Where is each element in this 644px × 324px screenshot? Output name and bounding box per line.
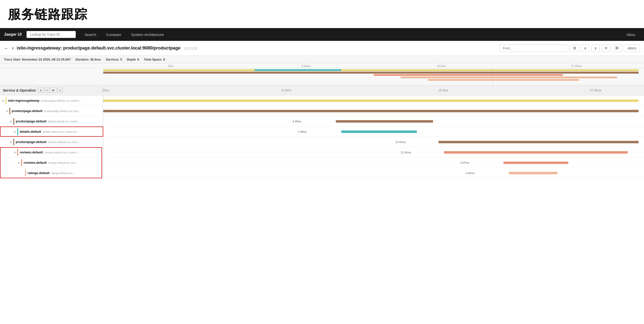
expand-btn-span-2[interactable]: ∨ <box>5 109 9 113</box>
time-mark-0: 0ms <box>103 89 109 92</box>
navbar-right-link[interactable]: Abou <box>622 33 640 37</box>
time-mark-3: 27.45ms <box>590 89 601 92</box>
span-left-span-7: ∨reviews.defaultratings.default.svc.clus… <box>0 157 103 168</box>
expand-all-button[interactable]: ≫ <box>50 88 57 93</box>
service-color-bar-span-2 <box>9 108 10 114</box>
depth-label: Depth <box>127 58 136 61</box>
collapse-trace-icon[interactable]: ∨ <box>11 46 14 50</box>
expand-btn-span-3[interactable]: ∨ <box>9 120 13 123</box>
span-duration-span-6: 11.91ms <box>401 151 411 154</box>
timeline-bars-overview <box>103 68 644 85</box>
overview-bar-salmon-3 <box>428 79 579 81</box>
span-right-span-2 <box>103 106 644 116</box>
back-button[interactable]: ← <box>4 45 9 51</box>
span-subtitle-span-2: productpage.default.svc.clus... <box>44 110 80 112</box>
trace-header: ← ∨ istio-ingressgateway: productpage.de… <box>0 41 644 56</box>
ruler-mark-1: 9.15ms <box>238 65 374 67</box>
total-spans-label: Total Spans <box>144 58 162 61</box>
span-bar-span-3 <box>336 120 433 123</box>
total-spans-value: 8 <box>163 58 165 61</box>
span-name-span-3: productpage.default <box>16 119 46 123</box>
cursor-line <box>492 68 493 85</box>
expand-btn-span-7[interactable]: ∨ <box>17 161 21 165</box>
time-mark-1: 9.15ms <box>282 89 291 92</box>
span-left-span-1: ∨istio-ingressgatewayproductpage.default… <box>0 96 103 106</box>
trace-start-label: Trace Start <box>4 58 20 61</box>
navbar-brand: Jaeger UI <box>4 32 22 37</box>
expand-btn-span-5[interactable]: ∨ <box>9 140 13 144</box>
find-next-button[interactable]: ∨ <box>592 44 600 52</box>
trace-id-search-input[interactable] <box>26 31 76 38</box>
expand-btn-span-6[interactable]: ∨ <box>13 151 17 154</box>
overview-bar-salmon-2 <box>401 77 617 78</box>
span-duration-span-5: 12.92ms <box>395 140 406 143</box>
overview-bar-1 <box>103 69 638 71</box>
service-color-bar-span-7 <box>21 159 22 166</box>
span-name-span-5: productpage.default <box>16 140 46 144</box>
span-bar-span-7 <box>504 161 568 164</box>
span-duration-span-4: 2.39ms <box>298 130 307 133</box>
span-row-span-4[interactable]: ∨details.defaultdetails.default.svc.clus… <box>0 126 644 137</box>
span-name-span-8: ratings.default <box>28 171 50 175</box>
page-title: 服务链路跟踪 <box>8 6 636 23</box>
overview-bar-2 <box>103 72 638 74</box>
span-subtitle-span-7: ratings.default.svc.clus... <box>48 161 78 164</box>
spans-header: Service & Operation ∨ > ≫ » 0ms 9.15ms 1… <box>0 85 644 96</box>
overview-bar-teal <box>255 69 341 71</box>
find-settings-button[interactable]: ⚙ <box>570 44 579 52</box>
span-subtitle-span-3: details.default.svc.cluste... <box>48 120 80 123</box>
span-left-span-8: ratings.defaultratings.default.svc.... <box>0 168 103 178</box>
find-prev-button[interactable]: ∧ <box>581 44 590 52</box>
span-row-span-8[interactable]: ratings.defaultratings.default.svc....2.… <box>0 168 644 178</box>
nav-link-search[interactable]: Search <box>80 28 101 41</box>
span-name-span-6: reviews.default <box>20 150 43 154</box>
trace-start-time: November 24 2020, 08:13:35.607 <box>22 58 71 61</box>
trace-title: istio-ingressgateway: productpage.defaul… <box>17 46 180 51</box>
find-input[interactable] <box>500 45 568 52</box>
span-row-span-1[interactable]: ∨istio-ingressgatewayproductpage.default… <box>0 96 644 106</box>
span-bar-span-1 <box>103 99 638 102</box>
timeline-overview: 0ms 9.15ms 18.3ms 27.45ms <box>0 64 644 85</box>
span-subtitle-span-8: ratings.default.svc.... <box>51 172 76 175</box>
span-name-span-1: istio-ingressgateway <box>8 99 40 102</box>
duration-label: Duration <box>76 58 88 61</box>
span-subtitle-span-6: reviews.default.svc.cluster.l... <box>44 151 79 154</box>
services-value: 5 <box>120 58 122 61</box>
span-name-span-2: productpage.default <box>12 109 42 113</box>
spans-header-controls: ∨ > ≫ » <box>38 88 63 93</box>
span-left-span-6: ∨reviews.defaultreviews.default.svc.clus… <box>0 147 103 157</box>
main-content: Service & Operation ∨ > ≫ » 0ms 9.15ms 1… <box>0 85 644 178</box>
span-left-span-3: ∨productpage.defaultdetails.default.svc.… <box>0 116 103 126</box>
ruler-mark-0: 0ms <box>103 65 238 67</box>
span-right-span-6: 11.91ms <box>103 147 644 157</box>
depth-value: 6 <box>138 58 139 61</box>
keyboard-shortcut-button[interactable]: ⌘ <box>612 44 622 52</box>
nav-link-system-architecture[interactable]: System Architecture <box>126 28 168 41</box>
span-left-span-4: ∨details.defaultdetails.default.svc.clus… <box>0 126 103 137</box>
trace-id-badge: 1c11118 <box>184 46 197 50</box>
expand-btn-span-1[interactable]: ∨ <box>1 99 5 102</box>
span-subtitle-span-4: details.default.svc.cluster.loc... <box>42 130 79 133</box>
span-row-span-5[interactable]: ∨productpage.defaultreviews.default.svc.… <box>0 137 644 147</box>
span-duration-span-3: 3.49ms <box>292 120 301 123</box>
span-duration-span-7: 3.07ms <box>460 161 469 164</box>
collapse-all-button[interactable]: ∨ <box>38 88 44 93</box>
alternate-view-button[interactable]: Altern <box>624 45 640 52</box>
span-row-span-6[interactable]: ∨reviews.defaultreviews.default.svc.clus… <box>0 147 644 157</box>
expand-next-button[interactable]: > <box>44 88 50 93</box>
span-right-span-7: 3.07ms <box>103 157 644 168</box>
find-close-button[interactable]: ✕ <box>602 44 610 52</box>
span-row-span-7[interactable]: ∨reviews.defaultratings.default.svc.clus… <box>0 157 644 168</box>
timeline-ruler: 0ms 9.15ms 18.3ms 27.45ms <box>0 64 644 68</box>
span-bar-span-6 <box>444 151 628 154</box>
overview-bar-salmon-1 <box>374 74 563 76</box>
span-row-span-3[interactable]: ∨productpage.defaultdetails.default.svc.… <box>0 116 644 126</box>
span-left-span-5: ∨productpage.defaultreviews.default.svc.… <box>0 137 103 147</box>
nav-link-compare[interactable]: Compare <box>101 28 126 41</box>
fast-forward-button[interactable]: » <box>57 88 62 93</box>
span-row-span-2[interactable]: ∨productpage.defaultproductpage.default.… <box>0 106 644 116</box>
duration-value: 36.6ms <box>90 58 101 61</box>
spans-body: ∨istio-ingressgatewayproductpage.default… <box>0 96 644 178</box>
spans-header-left: Service & Operation ∨ > ≫ » <box>0 88 103 93</box>
expand-btn-span-4[interactable]: ∨ <box>13 130 17 133</box>
